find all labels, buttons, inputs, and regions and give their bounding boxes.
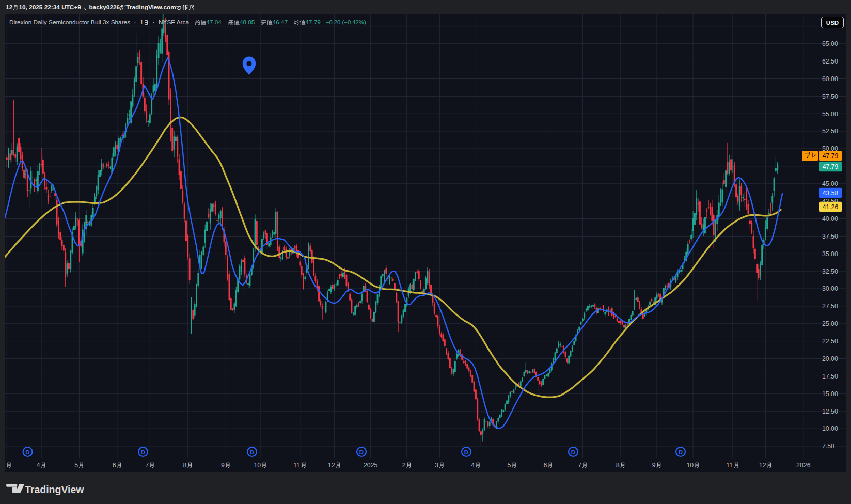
svg-text:backy0226: backy0226: [89, 4, 120, 11]
svg-text:35.00: 35.00: [822, 250, 838, 258]
svg-text:43.58: 43.58: [823, 190, 839, 197]
svg-text:−0.20 (−0.42%): −0.20 (−0.42%): [326, 19, 366, 25]
svg-text:11: 11: [726, 462, 733, 469]
svg-text:D: D: [141, 449, 145, 455]
svg-text:9: 9: [221, 462, 225, 469]
svg-text:TradingView.com: TradingView.com: [126, 4, 176, 11]
svg-text:·: ·: [153, 19, 155, 26]
svg-text:52.50: 52.50: [822, 128, 838, 135]
svg-text:47.79: 47.79: [823, 163, 839, 170]
svg-text:D: D: [571, 449, 575, 455]
svg-text:12.50: 12.50: [822, 408, 838, 415]
svg-text:NYSE Arca: NYSE Arca: [159, 19, 189, 26]
svg-text:TradingView: TradingView: [25, 484, 84, 495]
svg-text:D: D: [359, 449, 364, 455]
svg-text:48.05: 48.05: [240, 19, 255, 26]
svg-text:2: 2: [402, 462, 406, 469]
svg-text:8: 8: [616, 462, 620, 469]
svg-text:12: 12: [328, 462, 335, 469]
svg-text:7: 7: [145, 462, 149, 469]
svg-text:6: 6: [113, 462, 116, 469]
svg-text:27.50: 27.50: [822, 303, 838, 310]
svg-text:47.79: 47.79: [823, 152, 839, 160]
svg-text:40.00: 40.00: [822, 215, 838, 223]
svg-text:D: D: [250, 449, 254, 455]
svg-text:Direxion Daily Semiconductor B: Direxion Daily Semiconductor Bull 3x Sha…: [9, 19, 130, 26]
svg-text:10, 2025 22:34 UTC+9: 10, 2025 22:34 UTC+9: [19, 4, 82, 11]
svg-text:55.00: 55.00: [822, 111, 838, 118]
svg-text:11: 11: [293, 462, 300, 469]
svg-text:10.00: 10.00: [822, 425, 838, 432]
svg-text:65.00: 65.00: [822, 40, 838, 48]
svg-text:57.50: 57.50: [822, 93, 838, 100]
svg-text:47.79: 47.79: [305, 19, 321, 26]
svg-text:4: 4: [471, 462, 475, 469]
svg-text:62.50: 62.50: [822, 58, 838, 65]
svg-text:12: 12: [759, 462, 766, 469]
svg-text:2026: 2026: [796, 462, 811, 469]
svg-text:6: 6: [544, 462, 547, 469]
svg-text:5: 5: [507, 462, 511, 469]
svg-text:41.26: 41.26: [823, 203, 839, 211]
svg-text:2025: 2025: [364, 462, 378, 469]
svg-text:D: D: [25, 449, 29, 455]
svg-text:15.00: 15.00: [822, 390, 838, 398]
svg-text:·: ·: [134, 19, 136, 26]
svg-text:32.50: 32.50: [822, 268, 838, 275]
svg-text:10: 10: [687, 462, 694, 469]
svg-text:20.00: 20.00: [822, 355, 838, 363]
svg-text:17.50: 17.50: [822, 373, 838, 380]
svg-text:10: 10: [254, 462, 261, 469]
svg-text:8: 8: [183, 462, 187, 469]
svg-text:USD: USD: [826, 20, 839, 26]
svg-text:D: D: [464, 449, 468, 455]
svg-text:7: 7: [578, 462, 581, 469]
svg-text:25.00: 25.00: [822, 320, 838, 327]
svg-text:9: 9: [652, 462, 656, 469]
svg-text:5: 5: [74, 462, 78, 469]
svg-text:30.00: 30.00: [822, 285, 838, 292]
svg-text:47.04: 47.04: [206, 19, 222, 26]
svg-text:D: D: [679, 449, 683, 455]
svg-text:37.50: 37.50: [822, 233, 838, 240]
svg-text:1: 1: [140, 19, 144, 26]
svg-text:7.50: 7.50: [822, 443, 834, 450]
svg-text:60.00: 60.00: [822, 75, 838, 83]
svg-text:46.47: 46.47: [273, 19, 288, 26]
svg-text:3: 3: [435, 462, 438, 469]
svg-text:12: 12: [6, 4, 13, 11]
svg-text:45.00: 45.00: [822, 180, 838, 187]
svg-text:4: 4: [37, 462, 40, 469]
svg-text:22.50: 22.50: [822, 338, 838, 345]
